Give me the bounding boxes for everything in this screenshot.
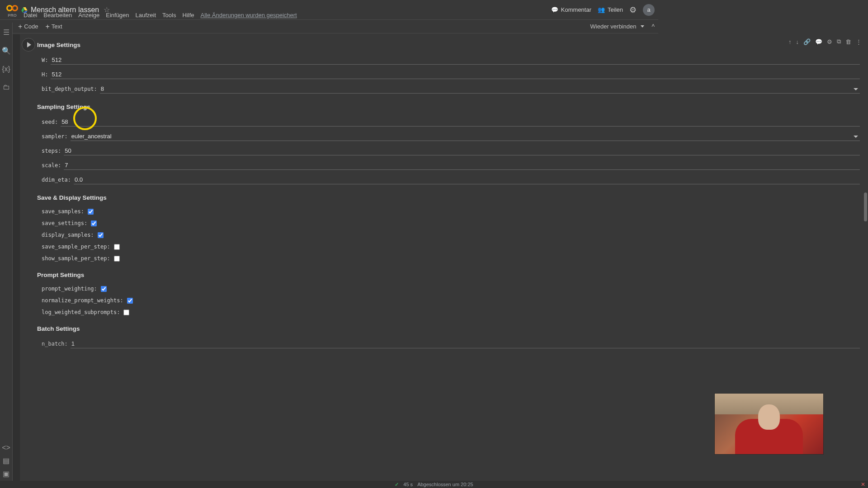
label-normalize-prompt-weights: normalize_prompt_weights: [42,297,123,304]
caret-down-icon [641,25,644,28]
label-scale: scale: [42,162,61,169]
toc-icon[interactable]: ☰ [3,28,9,37]
share-label: Teilen [608,6,623,13]
label-save-samples: save_samples: [42,208,84,215]
pro-badge: PRO [8,13,17,18]
add-code-label: Code [24,23,38,30]
input-W[interactable] [51,56,658,65]
add-text-button[interactable]: + Text [45,23,62,30]
label-bit-depth: bit_depth_output: [42,86,97,92]
share-button[interactable]: 👥 Teilen [598,6,623,13]
reconnect-label: Wieder verbinden [590,23,637,30]
gear-icon[interactable]: ⚙ [629,5,637,15]
label-seed: seed: [42,119,58,125]
save-status[interactable]: Alle Änderungen wurden gespeichert [200,12,297,19]
select-sampler[interactable]: euler_ancestral [71,132,658,141]
checkbox-log-weighted-subprompts[interactable] [123,310,129,315]
checkbox-prompt-weighting[interactable] [101,286,107,292]
menu-tools[interactable]: Tools [162,12,176,19]
cell-gutter [13,34,20,369]
label-save-sample-per-step: save_sample_per_step: [42,244,110,250]
select-bit-depth[interactable]: 8 [100,84,658,94]
add-text-label: Text [52,23,62,30]
input-H[interactable] [51,70,658,79]
menu-laufzeit[interactable]: Laufzeit [136,12,156,19]
avatar[interactable]: a [643,4,655,16]
plus-icon: + [18,23,22,30]
label-save-settings: save_settings: [42,220,87,226]
colab-logo[interactable]: PRO [6,2,18,18]
input-steps[interactable] [64,146,658,155]
menu-datei[interactable]: Datei [24,12,37,19]
checkbox-display-samples[interactable] [98,232,104,238]
checkbox-normalize-prompt-weights[interactable] [127,298,133,304]
run-cell-button[interactable] [22,38,35,52]
checkbox-show-sample-per-step[interactable] [114,256,120,262]
svg-point-1 [13,5,18,10]
section-sampling-settings: Sampling Settings [37,103,658,110]
search-icon[interactable]: 🔍 [2,47,11,55]
comment-label: Kommentar [561,6,591,13]
expand-icon[interactable]: ^ [651,23,655,30]
play-icon [27,42,31,47]
people-icon: 👥 [598,6,605,13]
toolbar: + Code + Text Wieder verbinden ^ [0,20,658,33]
section-batch-settings: Batch Settings [37,325,658,332]
label-display-samples: display_samples: [42,232,94,238]
label-show-sample-per-step: show_sample_per_step: [42,255,110,262]
checkbox-save-sample-per-step[interactable] [114,244,120,250]
label-W: W: [42,57,48,63]
checkbox-save-samples[interactable] [88,209,94,215]
plus-icon: + [45,23,49,30]
menu-bearbeiten[interactable]: Bearbeiten [43,12,72,19]
colab-icon [6,2,18,14]
left-rail: ☰ 🔍 {x} 🗀 <> ▤ ▣ [0,23,13,369]
svg-point-0 [7,5,12,10]
label-H: H: [42,71,48,78]
label-prompt-weighting: prompt_weighting: [42,286,97,292]
variables-icon[interactable]: {x} [2,65,10,73]
label-n-batch: n_batch: [42,341,68,347]
input-n-batch[interactable] [71,339,658,348]
reconnect-button[interactable]: Wieder verbinden [588,22,647,31]
notebook-content: ↑ ↓ 🔗 💬 ⚙ ⧉ 🗑 ⋮ Image Settings W: H: bit… [13,34,658,369]
menu-anzeige[interactable]: Anzeige [78,12,99,19]
menu-bar: Datei Bearbeiten Anzeige Einfügen Laufze… [24,12,297,19]
input-ddim-eta[interactable] [74,175,658,184]
section-image-settings: Image Settings [37,42,658,48]
label-steps: steps: [42,148,61,154]
form-cell: ↑ ↓ 🔗 💬 ⚙ ⧉ 🗑 ⋮ Image Settings W: H: bit… [20,36,658,351]
input-seed[interactable] [61,117,658,127]
section-save-display: Save & Display Settings [37,194,658,201]
add-code-button[interactable]: + Code [18,23,38,30]
checkbox-save-settings[interactable] [91,221,97,226]
folder-icon[interactable]: 🗀 [3,83,10,91]
comment-button[interactable]: 💬 Kommentar [551,6,591,13]
label-log-weighted-subprompts: log_weighted_subprompts: [42,309,120,315]
section-prompt-settings: Prompt Settings [37,272,658,278]
input-scale[interactable] [64,161,658,170]
label-sampler: sampler: [42,133,68,140]
comment-icon: 💬 [551,6,558,13]
label-ddim-eta: ddim_eta: [42,177,71,183]
menu-hilfe[interactable]: Hilfe [182,12,194,19]
menu-einfuegen[interactable]: Einfügen [106,12,129,19]
